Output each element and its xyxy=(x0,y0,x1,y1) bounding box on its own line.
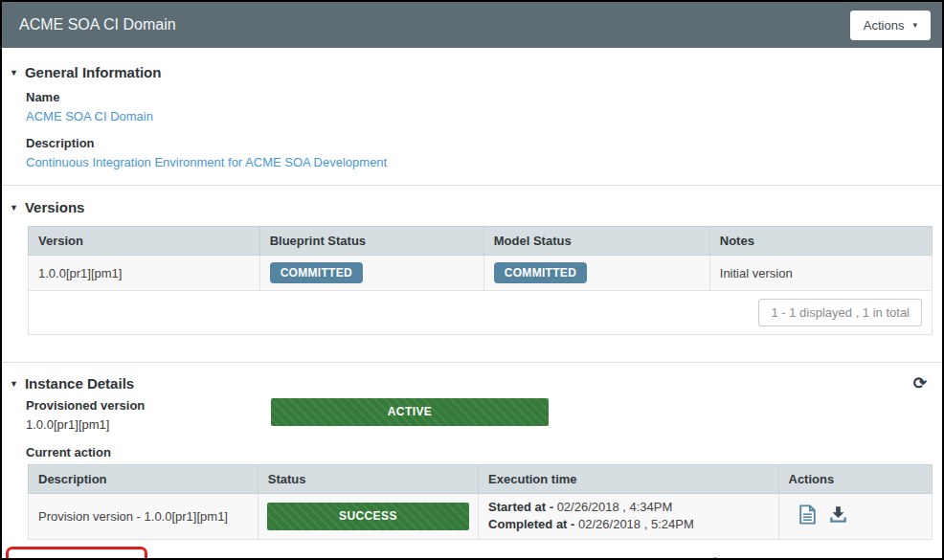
caret-down-icon: ▾ xyxy=(912,20,917,30)
pagination-cell: 1 - 1 displayed , 1 in total xyxy=(29,291,933,335)
current-action-header-row: Description Status Execution time Action… xyxy=(29,465,933,494)
download-icon[interactable] xyxy=(829,505,847,526)
status-badge: COMMITTED xyxy=(494,262,587,283)
pending-actions-label[interactable]: Pending action(s) xyxy=(726,556,822,560)
versions-heading[interactable]: ▼ Versions xyxy=(10,199,934,215)
actions-dropdown-button[interactable]: Actions ▾ xyxy=(850,11,931,40)
instance-details-section: ▼ Instance Details ⟳ Provisioned version… xyxy=(2,363,942,540)
description-value-link[interactable]: Continuous Integration Environment for A… xyxy=(26,155,387,169)
row-actions-cell xyxy=(778,494,933,540)
annotation-highlight-box: View instance details xyxy=(6,547,147,560)
description-label: Description xyxy=(26,136,934,150)
table-row: Provision version - 1.0.0[pr1][pm1] SUCC… xyxy=(29,494,933,540)
action-history-label[interactable]: Action history xyxy=(856,556,931,560)
completed-at-label: Completed at - xyxy=(488,517,574,531)
action-history-link[interactable]: ↺ Action history xyxy=(840,556,931,560)
blueprint-status-cell: COMMITTED xyxy=(259,256,483,291)
history-icon: ↺ xyxy=(840,556,852,560)
collapse-triangle-icon[interactable]: ▼ xyxy=(10,68,18,78)
notes-cell: Initial version xyxy=(709,256,932,291)
instance-details-title: Instance Details xyxy=(25,375,134,392)
general-information-heading[interactable]: ▼ General Information xyxy=(10,64,934,80)
execution-time-cell: Started at - 02/26/2018 , 4:34PM Complet… xyxy=(479,494,778,540)
collapse-triangle-icon[interactable]: ▼ xyxy=(10,203,18,213)
pending-actions-link[interactable]: Pending action(s) xyxy=(708,556,822,560)
versions-title: Versions xyxy=(25,199,85,215)
pagination-summary: 1 - 1 displayed , 1 in total xyxy=(758,299,922,326)
started-at-value: 02/26/2018 , 4:34PM xyxy=(557,500,673,514)
active-status-bar: ACTIVE xyxy=(271,398,549,426)
column-header-version: Version xyxy=(29,227,260,256)
footer-links: View instance details Pending action(s) … xyxy=(2,540,942,560)
log-file-icon[interactable] xyxy=(799,504,816,527)
action-description-cell: Provision version - 1.0.0[pr1][pm1] xyxy=(29,494,258,540)
table-row: 1.0.0[pr1][pm1] COMMITTED COMMITTED Init… xyxy=(29,256,933,291)
collapse-triangle-icon[interactable]: ▼ xyxy=(10,379,18,389)
column-header-blueprint-status: Blueprint Status xyxy=(259,227,483,256)
provisioned-version-value: 1.0.0[pr1][pm1] xyxy=(26,417,271,432)
column-header-model-status: Model Status xyxy=(483,227,709,256)
versions-section: ▼ Versions Version Blueprint Status Mode… xyxy=(2,186,942,362)
completed-at-value: 02/26/2018 , 5:24PM xyxy=(578,517,694,531)
action-status-cell: SUCCESS xyxy=(258,494,478,540)
column-header-notes: Notes xyxy=(709,227,932,256)
refresh-icon[interactable]: ⟳ xyxy=(913,375,927,392)
column-header-actions: Actions xyxy=(778,465,933,494)
current-action-label: Current action xyxy=(26,445,934,459)
versions-table-footer-row: 1 - 1 displayed , 1 in total xyxy=(29,291,933,335)
versions-table: Version Blueprint Status Model Status No… xyxy=(28,226,933,335)
name-label: Name xyxy=(26,90,934,104)
view-instance-details-link[interactable]: View instance details xyxy=(17,556,133,560)
started-at-label: Started at - xyxy=(488,500,553,514)
instance-details-heading[interactable]: ▼ Instance Details xyxy=(10,375,134,392)
general-information-section: ▼ General Information Name ACME SOA CI D… xyxy=(2,48,942,185)
domain-detail-page: ACME SOA CI Domain Actions ▾ ▼ General I… xyxy=(0,0,944,560)
provisioned-version-label: Provisioned version xyxy=(26,398,271,413)
column-header-description: Description xyxy=(29,465,258,494)
column-header-execution-time: Execution time xyxy=(479,465,778,494)
success-status-bar: SUCCESS xyxy=(267,503,469,530)
current-action-table: Description Status Execution time Action… xyxy=(28,464,933,540)
page-title: ACME SOA CI Domain xyxy=(19,16,176,34)
general-information-title: General Information xyxy=(25,64,162,80)
name-value-link[interactable]: ACME SOA CI Domain xyxy=(26,109,153,123)
column-header-status: Status xyxy=(258,465,478,494)
version-cell: 1.0.0[pr1][pm1] xyxy=(29,256,260,291)
model-status-cell: COMMITTED xyxy=(483,256,709,291)
status-badge: COMMITTED xyxy=(270,262,363,283)
title-bar: ACME SOA CI Domain Actions ▾ xyxy=(2,2,942,48)
actions-dropdown-label: Actions xyxy=(864,18,905,33)
versions-table-header-row: Version Blueprint Status Model Status No… xyxy=(29,227,933,256)
